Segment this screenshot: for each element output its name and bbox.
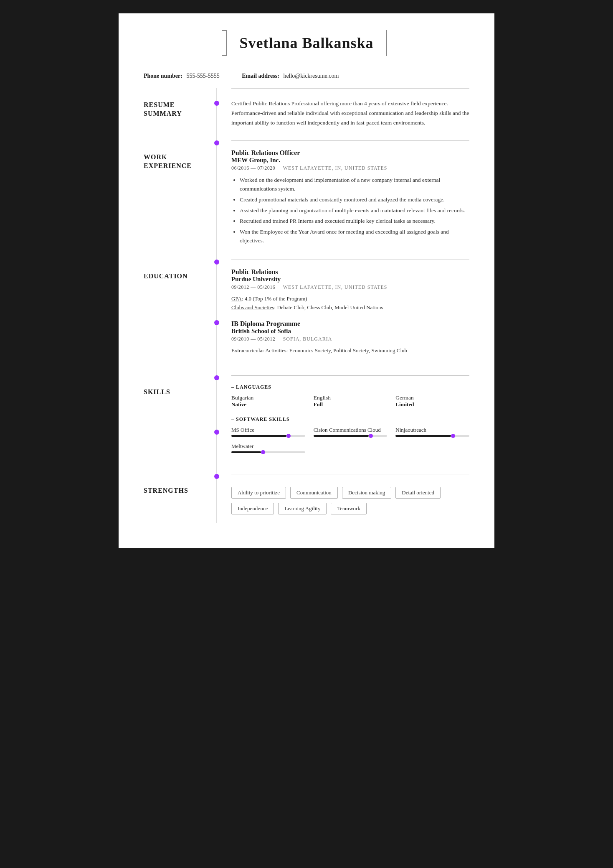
work-label: WORK EXPERIENCE — [144, 140, 202, 171]
software-bar-wrap-3 — [395, 435, 469, 437]
lang-item-1: Bulgarian Native — [231, 395, 305, 408]
lang-item-2: English Full — [314, 395, 388, 408]
software-section: – SOFTWARE SKILLS MS Office Cisi — [231, 416, 469, 453]
strength-1: Ability to prioritize — [231, 487, 286, 499]
strength-6: Learning Agility — [278, 503, 327, 514]
timeline-line-education — [216, 260, 217, 376]
software-bar-wrap-2 — [314, 435, 388, 437]
strengths-right: Ability to prioritize Communication Deci… — [223, 474, 469, 523]
strengths-content: Ability to prioritize Communication Deci… — [231, 474, 469, 523]
education-section: EDUCATION Public Relations Purdue Univer… — [119, 260, 494, 376]
education-timeline — [210, 260, 223, 376]
edu-dates-text-2: 09/2010 — 05/2012 — [231, 336, 275, 342]
strengths-timeline — [210, 474, 223, 523]
work-content: Public Relations Officer MEW Group, Inc.… — [231, 140, 469, 260]
lang-level-3: Limited — [395, 401, 469, 408]
strength-3: Decision making — [342, 487, 391, 499]
email-label-text: Email address: hello@kickresume.com — [242, 73, 351, 79]
header-section: Svetlana Balkanska — [119, 13, 494, 64]
job-title: Public Relations Officer — [231, 149, 469, 157]
software-name-4: Meltwater — [231, 443, 305, 450]
lang-level-2: Full — [314, 401, 388, 408]
skills-label: SKILLS — [144, 375, 202, 397]
activities-label: Extracurricular Activities — [231, 347, 286, 354]
software-dot-2 — [369, 434, 373, 438]
job-dates: 06/2016 — 07/2020 — [231, 165, 275, 171]
edu-dates-2: 09/2010 — 05/2012 SOFIA, BULGARIA — [231, 336, 469, 342]
education-label: EDUCATION — [144, 260, 202, 281]
education-content: Public Relations Purdue University 09/20… — [231, 260, 469, 376]
software-dot-1 — [286, 434, 291, 438]
timeline-dot-strengths — [214, 474, 219, 479]
skills-section: SKILLS – LANGUAGES Bulgarian Native Engl… — [119, 375, 494, 474]
job-bullet-1: Worked on the development and implementa… — [240, 176, 469, 193]
edu-degree-1: Public Relations — [231, 268, 469, 276]
lang-name-3: German — [395, 395, 469, 401]
strength-5: Independence — [231, 503, 274, 514]
timeline-line-strengths — [216, 474, 217, 523]
email-value: hello@kickresume.com — [283, 73, 339, 79]
edu-activities: Extracurricular Activities: Economics So… — [231, 346, 469, 355]
edu-degree-2: IB Diploma Programme — [231, 320, 469, 328]
work-right: Public Relations Officer MEW Group, Inc.… — [223, 140, 469, 260]
software-bar-wrap-1 — [231, 435, 305, 437]
edu-location-1: WEST LAFAYETTE, IN, UNITED STATES — [283, 284, 388, 290]
timeline-dot-skills — [214, 375, 219, 380]
phone-value: 555-555-5555 — [186, 73, 219, 79]
skills-timeline — [210, 375, 223, 474]
timeline-dot-education — [214, 260, 219, 265]
software-bar-1 — [231, 435, 286, 437]
contact-row: Phone number: 555-555-5555 Email address… — [119, 64, 494, 88]
candidate-name: Svetlana Balkanska — [239, 34, 373, 52]
company-name: MEW Group, Inc. — [231, 157, 469, 164]
lang-level-1: Native — [231, 401, 305, 408]
edu-gpa: GPA: 4.0 (Top 1% of the Program) — [231, 295, 469, 303]
summary-content: Certified Public Relations Professional … — [231, 88, 469, 140]
software-name-1: MS Office — [231, 427, 305, 433]
timeline-dot-education-2 — [214, 320, 219, 325]
software-dot-3 — [451, 434, 455, 438]
phone-label: Phone number: — [144, 73, 182, 79]
languages-title: – LANGUAGES — [231, 384, 469, 390]
summary-left: RESUME SUMMARY — [144, 88, 210, 140]
software-bar-wrap-4 — [231, 451, 305, 453]
summary-timeline — [210, 88, 223, 140]
edu-school-2: British School of Sofia — [231, 328, 469, 335]
edu-block-1: Public Relations Purdue University 09/20… — [231, 268, 469, 312]
strengths-grid: Ability to prioritize Communication Deci… — [231, 479, 469, 523]
timeline-line-summary — [216, 88, 217, 140]
job-bullet-2: Created promotional materials and consta… — [240, 195, 469, 204]
timeline-dot-skills-2 — [214, 430, 219, 435]
summary-text: Certified Public Relations Professional … — [231, 99, 469, 128]
work-section: WORK EXPERIENCE Public Relations Officer… — [119, 140, 494, 260]
languages-grid: Bulgarian Native English Full German Lim… — [231, 395, 469, 408]
software-bar-2 — [314, 435, 369, 437]
clubs-label: Clubs and Societies — [231, 304, 274, 311]
summary-label: RESUME SUMMARY — [144, 88, 202, 118]
software-title: – SOFTWARE SKILLS — [231, 416, 469, 423]
skills-content: – LANGUAGES Bulgarian Native English Ful… — [231, 375, 469, 474]
software-dot-4 — [261, 450, 265, 454]
software-ms-office: MS Office — [231, 427, 305, 437]
job-bullet-4: Recruited and trained PR Interns and exe… — [240, 216, 469, 226]
edu-clubs: Clubs and Societies: Debate Club, Chess … — [231, 303, 469, 312]
strengths-section: STRENGTHS Ability to prioritize Communic… — [119, 474, 494, 523]
job-bullets: Worked on the development and implementa… — [231, 176, 469, 245]
lang-name-1: Bulgarian — [231, 395, 305, 401]
software-cision: Cision Communications Cloud — [314, 427, 388, 437]
summary-section: RESUME SUMMARY Certified Public Relation… — [119, 88, 494, 140]
skills-right: – LANGUAGES Bulgarian Native English Ful… — [223, 375, 469, 474]
timeline-dot-summary — [214, 101, 219, 106]
edu-dates-text-1: 09/2012 — 05/2016 — [231, 284, 275, 290]
strengths-label: STRENGTHS — [144, 474, 202, 495]
software-meltwater: Meltwater — [231, 443, 305, 453]
strength-4: Detail oriented — [395, 487, 441, 499]
strength-7: Teamwork — [331, 503, 366, 514]
job-bullet-3: Assisted the planning and organization o… — [240, 206, 469, 215]
strengths-left: STRENGTHS — [144, 474, 210, 523]
phone-label-text: Phone number: 555-555-5555 — [144, 73, 229, 79]
top-bar — [119, 8, 494, 13]
lang-item-3: German Limited — [395, 395, 469, 408]
skills-left: SKILLS — [144, 375, 210, 474]
timeline-line-skills — [216, 375, 217, 474]
